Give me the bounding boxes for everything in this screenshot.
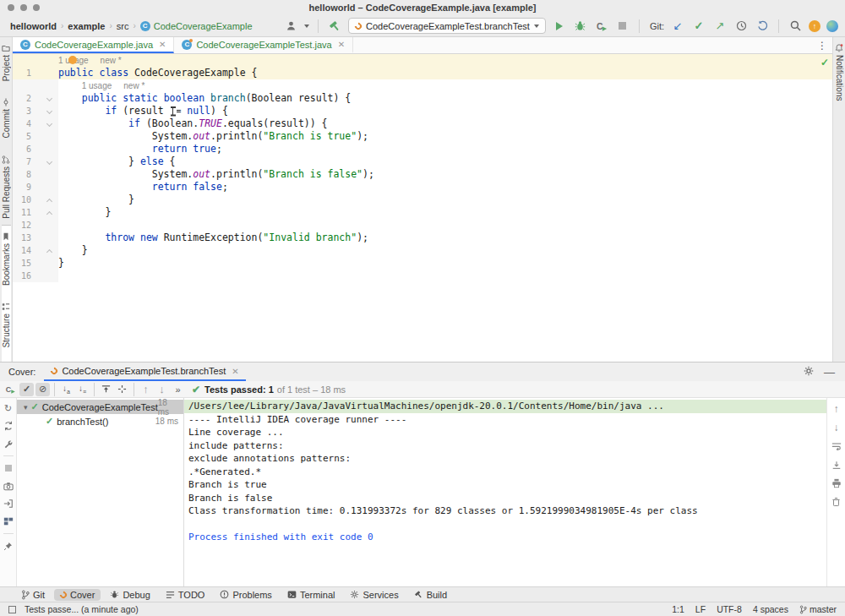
stop-button[interactable] (615, 19, 630, 34)
code-line-3[interactable]: 3 if (result != null) { (13, 105, 832, 117)
search-everywhere-icon[interactable] (788, 19, 803, 34)
collapse-all-button[interactable] (115, 383, 129, 396)
rerun-button[interactable]: ↻ (3, 402, 14, 414)
fold-down-icon[interactable] (46, 95, 52, 101)
pin-icon[interactable] (3, 540, 14, 552)
layout-icon[interactable] (8, 606, 16, 613)
code-line-5[interactable]: 5 System.out.println("Branch is true"); (13, 130, 832, 143)
suspend-button[interactable] (3, 462, 14, 474)
fold-down-icon[interactable] (46, 108, 52, 114)
code-line-4[interactable]: 4 if (Boolean.TRUE.equals(result)) { (13, 117, 832, 130)
code-line-13[interactable]: 13 throw new RuntimeException("Invalid b… (13, 232, 832, 244)
breadcrumb-project[interactable]: helloworld (10, 21, 57, 31)
indent-setting[interactable]: 4 spaces (753, 604, 788, 614)
chevron-expanded-icon[interactable]: ▾ (20, 403, 31, 412)
code-line-2[interactable]: 2 public static boolean branch(Boolean r… (13, 92, 832, 105)
code-line-15[interactable]: 15} (13, 257, 832, 270)
code-line-9[interactable]: 9 return false; (13, 181, 832, 194)
status-message[interactable]: Tests passe... (a minute ago) (25, 604, 139, 614)
fold-up-icon[interactable] (46, 199, 52, 204)
run-button[interactable] (552, 19, 567, 34)
print-icon[interactable] (831, 477, 842, 489)
show-ignored-toggle[interactable]: ⊘ (35, 383, 50, 396)
code-line-10[interactable]: 10 } (13, 194, 832, 206)
toolstripe-bookmarks[interactable]: Bookmarks (2, 232, 11, 286)
soft-wrap-icon[interactable] (831, 440, 842, 452)
code-line-16[interactable]: 16 (13, 270, 832, 282)
panel-settings-gear-icon[interactable] (804, 366, 814, 378)
ide-settings-sphere-icon[interactable] (826, 20, 838, 32)
toolwindow-button-git[interactable]: Git (15, 589, 51, 601)
toolstripe-structure[interactable]: Structure (2, 303, 11, 348)
vcs-inlay[interactable]: new * (101, 56, 122, 65)
usages-inlay[interactable]: 1 usage (82, 81, 112, 90)
ide-update-icon[interactable]: ↑ (809, 20, 820, 32)
more-actions-chevron-icon[interactable]: » (171, 383, 185, 396)
code-line-14[interactable]: 14 } (13, 244, 832, 257)
inspections-ok-icon[interactable]: ✓ (820, 57, 829, 68)
rollback-icon[interactable] (755, 19, 770, 34)
run-configuration-select[interactable]: CodeCoverageExampleTest.branchTest (348, 18, 546, 34)
rerun-coverage-icon[interactable]: C (3, 383, 18, 396)
history-clock-icon[interactable] (733, 19, 749, 34)
toolstripe-project[interactable]: Project (2, 44, 11, 81)
sort-by-duration-button[interactable]: ↓≡ (75, 383, 90, 396)
run-console[interactable]: /Users/lee/Library/Java/JavaVirtualMachi… (184, 398, 826, 586)
console-layout-icon[interactable] (3, 515, 14, 527)
test-tree-row[interactable]: ✓branchTest()18 ms (17, 414, 183, 428)
code-line-7[interactable]: 7 } else { (13, 155, 832, 168)
toolstripe-commit[interactable]: Commit (2, 98, 11, 138)
caret-position[interactable]: 1:1 (672, 604, 684, 614)
close-tab-icon[interactable]: ✕ (232, 367, 238, 376)
hide-panel-icon[interactable]: — (824, 366, 835, 379)
import-test-results-icon[interactable] (3, 498, 14, 510)
git-push-icon[interactable]: ↗ (712, 19, 728, 34)
rerun-failed-button[interactable] (3, 420, 14, 432)
code-line-8[interactable]: 8 System.out.println("Branch is false"); (13, 168, 832, 181)
test-settings-wrench-icon[interactable] (3, 438, 14, 450)
expand-all-button[interactable] (99, 383, 113, 396)
scroll-up-icon[interactable]: ↑ (831, 403, 842, 415)
cover-tab[interactable]: CodeCoverageExampleTest.branchTest ✕ (44, 363, 245, 381)
vcs-inlay[interactable]: new * (123, 81, 144, 90)
breadcrumb-class[interactable]: C CodeCoverageExample (140, 21, 253, 31)
close-tab-icon[interactable]: ✕ (338, 40, 345, 49)
code-line-6[interactable]: 6 return true; (13, 143, 832, 155)
code-line-1[interactable]: 1public class CodeCoverageExample { (13, 67, 832, 79)
file-encoding[interactable]: UTF-8 (717, 604, 742, 614)
show-passed-toggle[interactable]: ✓ (19, 383, 34, 396)
toolstripe-notifications[interactable]: Notifications (835, 44, 844, 101)
build-hammer-icon[interactable] (327, 19, 342, 34)
toolwindow-button-cover[interactable]: Cover (54, 589, 101, 601)
toolwindow-button-terminal[interactable]: Terminal (281, 589, 341, 601)
toolwindow-button-services[interactable]: Services (344, 589, 404, 601)
tab-options-kebab-icon[interactable]: ⋮ (812, 37, 832, 53)
scroll-to-end-icon[interactable] (831, 459, 842, 471)
git-update-icon[interactable]: ↙ (670, 19, 685, 34)
fold-up-icon[interactable] (46, 211, 52, 217)
git-branch-widget[interactable]: master (799, 604, 837, 614)
git-commit-icon[interactable]: ✓ (691, 19, 706, 34)
next-occurrence-button[interactable]: ↓ (155, 383, 169, 396)
toolwindow-button-debug[interactable]: Debug (104, 589, 155, 601)
toolwindow-button-build[interactable]: Build (408, 589, 453, 601)
debug-button[interactable] (573, 19, 588, 34)
toolwindow-button-todo[interactable]: TODO (160, 589, 211, 601)
thread-dump-camera-icon[interactable] (3, 480, 14, 492)
close-tab-icon[interactable]: ✕ (159, 40, 166, 49)
code-with-me-icon[interactable] (283, 19, 298, 34)
code-line-12[interactable]: 12 (13, 219, 832, 232)
fold-up-icon[interactable] (46, 249, 52, 255)
sort-alphabetically-button[interactable]: ↓a (59, 383, 74, 396)
scroll-down-icon[interactable]: ↓ (831, 422, 842, 433)
breadcrumb-module[interactable]: example (68, 21, 105, 31)
tab-codecoverageexampletest[interactable]: C CodeCoverageExampleTest.java ✕ (174, 37, 353, 53)
line-ending[interactable]: LF (695, 604, 706, 614)
breadcrumb-src[interactable]: src (117, 21, 129, 31)
code-editor[interactable]: 1 usagenew *1public class CodeCoverageEx… (13, 54, 832, 362)
clear-console-trash-icon[interactable] (831, 496, 842, 508)
fold-down-icon[interactable] (46, 121, 52, 127)
previous-occurrence-button[interactable]: ↑ (139, 383, 153, 396)
toolwindow-button-problems[interactable]: Problems (214, 589, 277, 601)
code-line-11[interactable]: 11 } (13, 206, 832, 219)
